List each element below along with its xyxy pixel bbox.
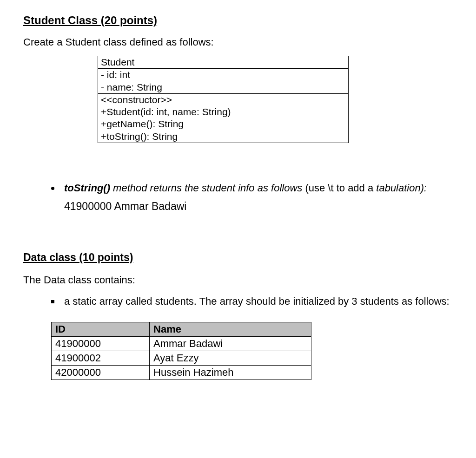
uml-method-tostring: +toString(): String: [101, 131, 345, 143]
uml-row-methods: <<constructor>> +Student(id: int, name: …: [98, 93, 349, 143]
cell-id: 42000000: [52, 366, 150, 380]
uml-method-getname: +getName(): String: [101, 118, 345, 130]
table-row: 41900000 Ammar Badawi: [52, 337, 311, 351]
section-data-class: Data class (10 points) The Data class co…: [23, 251, 453, 380]
header-name: Name: [150, 322, 311, 337]
students-data-table: ID Name 41900000 Ammar Badawi 41900002 A…: [51, 322, 311, 380]
uml-constructor: +Student(id: int, name: String): [101, 106, 345, 118]
cell-id: 41900000: [52, 337, 150, 351]
cell-name: Ayat Ezzy: [150, 351, 311, 366]
uml-diagram-student: Student - id: int - name: String <<const…: [98, 56, 349, 143]
uml-cell-methods: <<constructor>> +Student(id: int, name: …: [98, 93, 349, 143]
bullet-item-static-array: a static array called students. The arra…: [60, 294, 453, 309]
header-id: ID: [52, 322, 150, 337]
cell-name: Hussein Hazimeh: [150, 366, 311, 380]
cell-id: 41900002: [52, 351, 150, 366]
section-student-class: Student Class (20 points) Create a Stude…: [23, 14, 453, 214]
method-name-tostring: toString(): [64, 182, 110, 194]
bullet-text-static-array: a static array called students. The arra…: [64, 294, 453, 309]
uml-row-attributes: - id: int - name: String: [98, 69, 349, 94]
table-header-row: ID Name: [52, 322, 311, 337]
heading-student-class: Student Class (20 points): [23, 14, 453, 27]
uml-cell-classname: Student: [98, 56, 349, 69]
desc-italic-1: method returns the student info as follo…: [110, 182, 302, 194]
table-row: 42000000 Hussein Hazimeh: [52, 366, 311, 380]
bullet-list-data: a static array called students. The arra…: [23, 294, 453, 309]
uml-row-classname: Student: [98, 56, 349, 69]
intro-student-class: Create a Student class defined as follow…: [23, 36, 453, 48]
heading-data-class: Data class (10 points): [23, 251, 453, 264]
cell-name: Ammar Badawi: [150, 337, 311, 351]
example-output: 41900000 Ammar Badawi: [64, 198, 453, 215]
desc-plain: (use \t to add a: [302, 182, 376, 194]
uml-cell-attributes: - id: int - name: String: [98, 69, 349, 94]
intro-data-class: The Data class contains:: [23, 274, 453, 286]
table-row: 41900002 Ayat Ezzy: [52, 351, 311, 366]
bullet-item-tostring: toString() method returns the student in…: [60, 180, 453, 215]
uml-attr-id: - id: int: [101, 69, 345, 81]
uml-attr-name: - name: String: [101, 81, 345, 93]
desc-italic-2: tabulation):: [376, 182, 427, 194]
bullet-list-tostring: toString() method returns the student in…: [23, 180, 453, 215]
uml-constructor-stereotype: <<constructor>>: [101, 94, 345, 106]
